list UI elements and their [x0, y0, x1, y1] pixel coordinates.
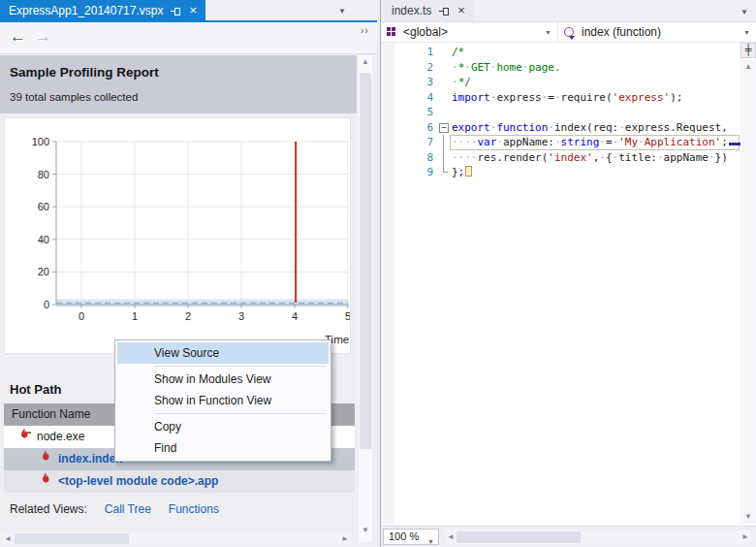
code-text: ·*/: [452, 75, 471, 90]
fold-margin: [438, 165, 450, 180]
editor-vertical-scrollbar[interactable]: ▲ ▼: [740, 59, 756, 525]
tab-list-dropdown-icon[interactable]: ▼: [740, 8, 748, 16]
svg-text:3: 3: [238, 310, 244, 322]
svg-text:60: 60: [38, 201, 49, 212]
scroll-down-icon[interactable]: ▼: [362, 527, 369, 534]
code-token: index(req:: [554, 121, 618, 134]
code-token: res.render(: [478, 151, 549, 164]
cpu-timeline-chart: 012345020406080100Time: [4, 117, 351, 354]
close-icon[interactable]: ×: [189, 6, 197, 16]
line-number: 2: [381, 60, 433, 76]
editor-horizontal-scrollbar[interactable]: ◄ ►: [445, 531, 751, 544]
code-token: ·: [452, 76, 458, 88]
flame-icon: [39, 470, 52, 493]
tab-expressapp-vspx[interactable]: ExpressApp1_20140717.vspx ×: [0, 0, 205, 20]
scroll-down-icon[interactable]: ▼: [744, 512, 752, 521]
hot-path-root-flame-icon: [17, 426, 31, 448]
code-token: import: [452, 91, 490, 104]
tab-index-ts[interactable]: index.ts ×: [383, 0, 474, 20]
split-window-handle[interactable]: ╪: [740, 43, 756, 58]
module-icon: [387, 27, 396, 37]
scrollbar-thumb[interactable]: [457, 531, 581, 543]
menu-item[interactable]: Find: [115, 437, 331, 459]
chevron-down-icon: ▼: [427, 534, 434, 547]
report-header: Sample Profiling Report 39 total samples…: [0, 55, 357, 113]
code-token: ····: [452, 151, 478, 164]
right-tab-strip: index.ts × ▼: [381, 0, 756, 21]
left-vertical-scrollbar[interactable]: ▲ ▼: [359, 55, 372, 542]
code-text: };: [452, 165, 472, 180]
code-line: 9};: [381, 165, 756, 180]
code-text: ····var·appName:·string·=·'My·Applicatio…: [452, 135, 743, 150]
member-dropdown[interactable]: index (function) ▼: [558, 22, 756, 42]
forward-arrow-icon: →: [35, 27, 51, 47]
toolbar-overflow-icon[interactable]: ››: [361, 24, 369, 36]
related-views: Related Views:Call TreeFunctions: [10, 502, 219, 516]
back-arrow-icon[interactable]: ←: [10, 27, 26, 47]
code-token: home: [496, 61, 522, 74]
line-number: 5: [381, 105, 433, 120]
scroll-up-icon[interactable]: ▲: [362, 58, 369, 66]
code-token: ·: [548, 121, 554, 134]
svg-text:80: 80: [38, 169, 49, 180]
code-token: ;: [721, 136, 728, 148]
scope-dropdown[interactable]: <global> ▼: [381, 22, 558, 42]
code-token: 'index': [548, 151, 592, 164]
table-row[interactable]: <top-level module code>.app: [4, 470, 355, 493]
svg-text:4: 4: [292, 310, 298, 322]
code-token: appName: [664, 151, 709, 164]
scroll-right-icon[interactable]: ►: [341, 535, 349, 543]
menu-item[interactable]: Show in Function View: [115, 390, 331, 411]
menu-item[interactable]: View Source: [117, 342, 329, 364]
code-token: }): [715, 151, 728, 164]
scrollbar-thumb[interactable]: [360, 73, 371, 449]
hot-path-heading: Hot Path: [10, 382, 61, 397]
menu-item[interactable]: Show in Modules View: [115, 369, 331, 390]
line-number: 1: [381, 45, 433, 60]
collapse-region-icon[interactable]: −: [438, 120, 450, 136]
fold-margin: [438, 75, 450, 90]
code-token: };: [452, 166, 464, 178]
close-icon[interactable]: ×: [457, 6, 465, 16]
code-token: ·: [554, 136, 561, 148]
scroll-up-icon[interactable]: ▲: [744, 62, 752, 71]
code-token: {: [606, 151, 613, 164]
fold-margin: [438, 105, 450, 120]
svg-text:20: 20: [38, 266, 49, 277]
scroll-right-icon[interactable]: ►: [741, 533, 749, 541]
code-token: string: [561, 136, 600, 148]
left-horizontal-scrollbar[interactable]: ◄ ►: [2, 532, 351, 545]
svg-text:100: 100: [32, 136, 49, 147]
related-view-link-call-tree[interactable]: Call Tree: [105, 502, 151, 516]
code-line: 1/*: [381, 45, 756, 60]
related-view-link-functions[interactable]: Functions: [169, 502, 219, 516]
fold-margin: [438, 150, 450, 166]
code-token: );: [670, 91, 682, 104]
context-menu: View SourceShow in Modules ViewShow in F…: [114, 339, 331, 462]
scope-dropdown-value: <global>: [403, 25, 448, 39]
scroll-left-icon[interactable]: ◄: [447, 533, 455, 541]
code-text: ····res.render('index',·{·title:·appName…: [452, 150, 728, 166]
code-line: 6−export·function·index(req:·express.Req…: [381, 120, 756, 136]
menu-item[interactable]: Copy: [115, 416, 331, 437]
fold-margin: [438, 60, 450, 76]
line-number: 8: [381, 150, 433, 166]
tab-list-dropdown-icon[interactable]: ▼: [338, 7, 346, 16]
pin-icon[interactable]: [439, 6, 450, 16]
code-token: ·: [554, 91, 561, 104]
fold-margin: [438, 90, 450, 106]
code-token: ·: [464, 61, 471, 74]
tab-title: ExpressApp1_20140717.vspx: [9, 4, 163, 17]
code-token: */: [458, 76, 471, 88]
left-tab-strip: ExpressApp1_20140717.vspx × ▼: [0, 0, 377, 22]
scroll-left-icon[interactable]: ◄: [4, 535, 12, 543]
code-token: var: [478, 136, 497, 148]
scrollbar-thumb[interactable]: [15, 533, 129, 544]
code-editor[interactable]: 1/*2·*·GET·home·page.3·*/4import·express…: [381, 43, 756, 526]
function-name: node.exe: [37, 426, 84, 448]
code-token: ·: [657, 151, 664, 164]
zoom-level-dropdown[interactable]: 100 % ▼: [383, 529, 439, 545]
pin-icon[interactable]: [171, 6, 181, 16]
chevron-down-icon: ▼: [743, 29, 750, 36]
code-token: 'My: [618, 136, 638, 148]
